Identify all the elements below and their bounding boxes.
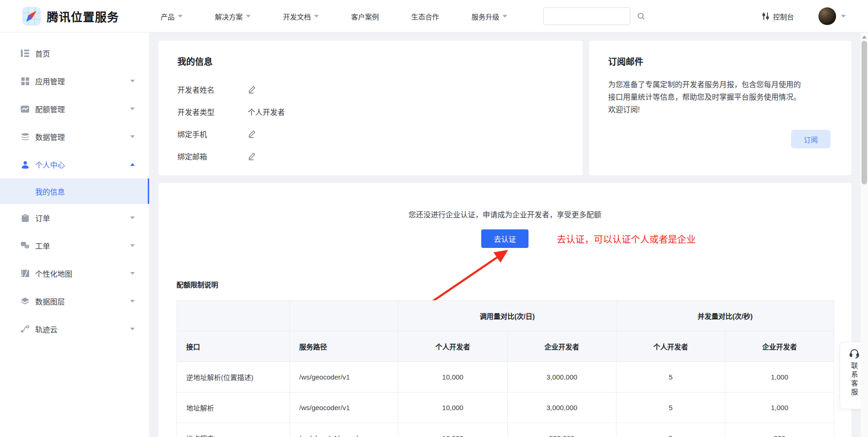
service-path-cell: /ws/geocoder/v1 — [290, 362, 398, 393]
sidebar-item-label: 首页 — [35, 48, 50, 59]
api-name-cell: 地址解析 — [177, 393, 290, 423]
sidebar-item-layers[interactable]: 数据图层 — [0, 287, 149, 315]
profile-row-phone: 绑定手机 — [177, 127, 564, 140]
col-header-enterprise: 企业开发者 — [725, 331, 834, 362]
active-indicator — [148, 178, 149, 204]
sidebar-item-label: 数据管理 — [35, 131, 65, 142]
scroll-up-arrow-icon[interactable] — [862, 36, 867, 38]
custom-map-icon — [20, 269, 30, 278]
sidebar-item-personal-center[interactable]: 个人中心 — [0, 151, 149, 178]
sidebar-item-label: 应用管理 — [35, 76, 65, 87]
chevron-down-icon[interactable] — [841, 15, 846, 18]
qps-personal-cell: 5 — [616, 362, 725, 393]
profile-rows: 开发者姓名 开发者类型 个人开发者 绑定手机 绑 — [177, 83, 564, 163]
compass-logo-icon — [22, 7, 41, 25]
sidebar-item-data[interactable]: 数据管理 — [0, 123, 149, 151]
sidebar-item-label: 配额管理 — [35, 103, 65, 114]
apps-grid-icon — [20, 76, 30, 86]
home-list-icon — [20, 49, 30, 58]
sidebar-item-apps[interactable]: 应用管理 — [0, 67, 149, 95]
edit-pencil-icon[interactable] — [248, 152, 256, 160]
edit-pencil-icon[interactable] — [248, 86, 256, 94]
service-path-cell: /ws/place/v1/search — [290, 423, 398, 437]
field-value: 个人开发者 — [248, 106, 285, 117]
sidebar-subitem-my-info[interactable]: 我的信息 — [0, 178, 149, 204]
sidebar-item-track-cloud[interactable]: 轨迹云 — [0, 315, 149, 343]
profile-row-type: 开发者类型 个人开发者 — [177, 105, 564, 118]
sidebar-item-custom-map[interactable]: 个性化地图 — [0, 260, 149, 287]
call-personal-cell: 10,000 — [398, 362, 508, 393]
sidebar-item-tickets[interactable]: 工单 — [0, 232, 149, 260]
nav-label: 产品 — [161, 12, 175, 21]
avatar[interactable] — [818, 7, 836, 25]
nav-cases[interactable]: 客户案例 — [351, 12, 379, 21]
sidebar-item-orders[interactable]: 订单 — [0, 204, 149, 232]
nav-solutions[interactable]: 解决方案 — [215, 12, 251, 21]
chevron-down-icon — [314, 15, 319, 18]
layers-icon — [20, 297, 30, 306]
call-personal-cell: 10,000 — [398, 393, 508, 423]
chevron-down-icon — [130, 328, 135, 330]
call-enterprise-cell: 500,000 — [508, 423, 616, 437]
chevron-down-icon — [178, 15, 182, 18]
chevron-down-icon — [130, 272, 135, 275]
console-sliders-icon — [762, 12, 769, 20]
nav-docs[interactable]: 开发文档 — [283, 12, 319, 21]
support-tab-label: 联系客服 — [849, 362, 859, 397]
page-scrollbar[interactable] — [861, 32, 868, 437]
nav-products[interactable]: 产品 — [161, 12, 182, 21]
console-link[interactable]: 控制台 — [762, 0, 794, 32]
quota-column-header-row: 接口 服务路径 个人开发者 企业开发者 个人开发者 企业开发者 — [177, 331, 834, 362]
chevron-down-icon — [130, 244, 135, 247]
sidebar-item-label: 工单 — [35, 240, 50, 251]
table-row: 地址解析 /ws/geocoder/v1 10,000 3,000,000 5 … — [177, 393, 834, 423]
col-header-path: 服务路径 — [290, 331, 398, 362]
nav-ecosystem[interactable]: 生态合作 — [411, 12, 439, 21]
user-icon — [20, 160, 30, 169]
topbar: 腾讯位置服务 产品 解决方案 开发文档 客户案例 生态合作 服务升级 — [0, 0, 868, 32]
subscribe-title: 订阅邮件 — [608, 55, 832, 67]
qps-enterprise-cell: 1,000 — [725, 393, 834, 423]
sidebar-item-label: 个人中心 — [35, 159, 65, 170]
field-label: 绑定手机 — [177, 128, 248, 139]
ticket-chat-icon — [20, 241, 30, 250]
subscribe-button[interactable]: 订阅 — [791, 130, 830, 148]
empty-header-cell — [177, 301, 290, 331]
quota-section-title: 配额限制说明 — [176, 279, 218, 289]
sidebar-subitem-label: 我的信息 — [35, 186, 65, 197]
sidebar-item-label: 个性化地图 — [35, 268, 72, 279]
red-annotation-text: 去认证，可以认证个人或者是企业 — [557, 232, 696, 246]
quota-group-header-row: 调用量对比(次/日) 并发量对比(次/秒) — [177, 301, 834, 331]
search-input[interactable] — [544, 8, 637, 24]
api-name-cell: 地点搜索 — [177, 423, 290, 437]
chevron-down-icon — [130, 216, 135, 219]
nav-label: 客户案例 — [351, 12, 379, 21]
chevron-down-icon — [503, 15, 507, 18]
track-route-icon — [20, 324, 30, 334]
qps-personal-cell: 5 — [616, 423, 725, 437]
order-clipboard-icon — [20, 213, 30, 222]
nav-upgrade[interactable]: 服务升级 — [472, 12, 507, 21]
profile-row-email: 绑定邮箱 — [177, 150, 564, 163]
sidebar-item-home[interactable]: 首页 — [0, 39, 149, 67]
chevron-down-icon — [130, 300, 135, 303]
field-label: 开发者姓名 — [177, 84, 248, 95]
certification-quota-card: 您还没进行企业认证，申请成为企业开发者，享受更多配额 去认证 去认证，可以认证个… — [158, 183, 851, 437]
call-enterprise-cell: 3,000,000 — [508, 362, 616, 393]
nav-label: 开发文档 — [283, 12, 311, 21]
service-path-cell: /ws/geocoder/v1 — [290, 393, 398, 423]
edit-pencil-icon[interactable] — [248, 130, 256, 138]
qps-enterprise-cell: 1,000 — [725, 362, 834, 393]
sidebar: 首页 应用管理 配额管理 数据管理 — [0, 32, 150, 437]
brand[interactable]: 腾讯位置服务 — [22, 0, 119, 32]
field-label: 绑定邮箱 — [177, 151, 248, 162]
brand-title: 腾讯位置服务 — [47, 8, 119, 25]
sidebar-item-quota[interactable]: 配额管理 — [0, 95, 149, 123]
console-label: 控制台 — [773, 12, 794, 21]
qps-enterprise-cell: 200 — [725, 423, 834, 437]
search-icon[interactable] — [637, 12, 645, 20]
search-box — [543, 7, 630, 25]
chevron-down-icon — [246, 15, 251, 18]
scrollbar-thumb[interactable] — [862, 41, 867, 184]
go-certify-button[interactable]: 去认证 — [481, 229, 528, 248]
